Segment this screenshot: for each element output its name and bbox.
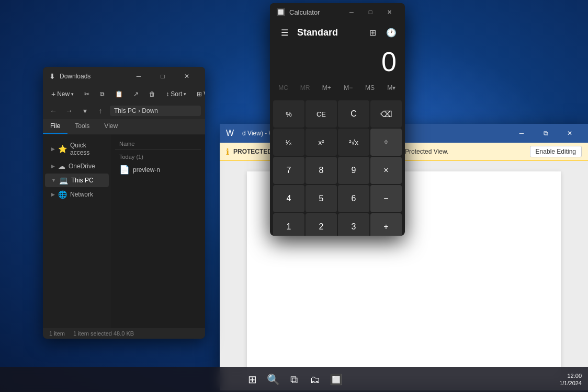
address-path-text: This PC › Down	[114, 107, 158, 114]
calculator-display: 0	[270, 44, 405, 77]
memory-dropdown-button[interactable]: M▾	[381, 79, 402, 96]
search-button[interactable]: 🔍	[264, 370, 282, 389]
calculator-history-button[interactable]: 🕐	[384, 25, 399, 40]
back-button[interactable]: ←	[47, 105, 60, 117]
reciprocal-button[interactable]: ¹⁄ₓ	[273, 129, 304, 156]
sidebar-item-quick-access[interactable]: ▶ ⭐ Quick access	[45, 139, 109, 159]
add-button[interactable]: +	[370, 213, 402, 236]
explorer-toolbar: + New ▾ ✂ ⧉ 📋 ↗ 🗑 ↕ Sort ▾ ⊞ View	[43, 86, 205, 102]
calculator-mode-icon[interactable]: ⊞	[365, 25, 380, 40]
file-explorer-minimize-button[interactable]: ─	[127, 68, 151, 85]
taskbar-right: 12:00 1/1/2024	[559, 372, 582, 387]
word-window-controls: ─ ⧉ ✕	[510, 125, 582, 142]
list-item[interactable]: 📄 preview-n	[115, 162, 201, 177]
onedrive-label: OneDrive	[69, 163, 95, 170]
calculator-memory-row: MC MR M+ M− MS M▾	[270, 77, 405, 98]
memory-store-button[interactable]: MS	[359, 79, 380, 96]
address-path[interactable]: This PC › Down	[110, 106, 201, 116]
five-button[interactable]: 5	[306, 185, 337, 212]
memory-subtract-button[interactable]: M−	[338, 79, 358, 96]
copy-button[interactable]: ⧉	[96, 88, 109, 100]
six-button[interactable]: 6	[338, 185, 369, 212]
one-button[interactable]: 1	[273, 213, 304, 236]
calculator-buttons: % CE C ⌫ ¹⁄ₓ x² ²√x ÷ 7 8 9 × 4 5 6 − 1 …	[270, 98, 405, 236]
new-label: New	[57, 90, 70, 98]
explorer-content: ▶ ⭐ Quick access ▶ ☁ OneDrive ▼ 💻 This P…	[43, 134, 205, 328]
file-explorer-close-button[interactable]: ✕	[175, 68, 199, 85]
multiply-button[interactable]: ×	[370, 157, 402, 184]
sidebar-item-onedrive[interactable]: ▶ ☁ OneDrive	[45, 159, 109, 173]
calculator-titlebar: 🔲 Calculator ─ □ ✕	[270, 3, 405, 21]
word-restore-button[interactable]: ⧉	[534, 125, 558, 142]
calculator-window: 🔲 Calculator ─ □ ✕ ☰ Standard ⊞ 🕐 0 MC M…	[270, 3, 405, 236]
subtract-button[interactable]: −	[370, 185, 402, 212]
three-button[interactable]: 3	[338, 213, 369, 236]
file-explorer-taskbar-icon[interactable]: 🗂	[306, 370, 324, 389]
sort-chevron-icon: ▾	[184, 91, 186, 97]
word-close-button[interactable]: ✕	[558, 125, 582, 142]
calculator-app-icon: 🔲	[276, 8, 285, 16]
view-icon: ⊞	[197, 90, 202, 98]
percent-button[interactable]: %	[273, 100, 304, 128]
paste-button[interactable]: 📋	[111, 88, 127, 100]
file-explorer-title: Downloads	[60, 73, 122, 80]
file-type-icon: 📄	[119, 165, 130, 175]
view-button[interactable]: ⊞ View	[193, 88, 205, 100]
file-explorer-maximize-button[interactable]: □	[151, 68, 175, 85]
two-button[interactable]: 2	[306, 213, 337, 236]
file-explorer-window-controls: ─ □ ✕	[127, 68, 199, 85]
forward-button[interactable]: →	[63, 105, 75, 117]
item-count: 1 item	[49, 330, 65, 337]
network-label: Network	[70, 191, 93, 198]
calculator-minimize-button[interactable]: ─	[342, 5, 361, 19]
network-chevron-icon: ▶	[51, 192, 55, 197]
nine-button[interactable]: 9	[338, 157, 369, 184]
start-button[interactable]: ⊞	[243, 370, 262, 389]
sort-button[interactable]: ↕ Sort ▾	[162, 88, 190, 100]
warning-icon: ℹ	[226, 147, 229, 157]
onedrive-icon: ☁	[58, 162, 65, 170]
enable-editing-button[interactable]: Enable Editing	[530, 146, 582, 157]
taskbar-clock[interactable]: 12:00 1/1/2024	[559, 372, 582, 387]
calculator-taskbar-icon[interactable]: 🔲	[326, 370, 345, 389]
calculator-close-button[interactable]: ✕	[380, 5, 399, 19]
share-icon: ↗	[133, 90, 139, 98]
tab-view[interactable]: View	[97, 119, 125, 134]
memory-clear-button[interactable]: MC	[273, 79, 293, 96]
delete-button[interactable]: 🗑	[145, 88, 160, 100]
sidebar-item-network[interactable]: ▶ 🌐 Network	[45, 188, 109, 201]
clear-entry-button[interactable]: CE	[306, 100, 337, 128]
recent-button[interactable]: ▾	[78, 105, 91, 117]
backspace-button[interactable]: ⌫	[370, 100, 402, 128]
up-button[interactable]: ↑	[94, 105, 107, 117]
calculator-result: 0	[278, 48, 397, 75]
word-minimize-button[interactable]: ─	[510, 125, 534, 142]
desktop: ⬇ Downloads ─ □ ✕ + New ▾ ✂ ⧉ 📋 ↗ 🗑 ↕ So…	[0, 0, 588, 392]
quick-access-chevron-icon: ▶	[51, 146, 55, 152]
sidebar-item-this-pc[interactable]: ▼ 💻 This PC	[45, 174, 109, 187]
delete-icon: 🗑	[149, 90, 155, 98]
share-button[interactable]: ↗	[129, 88, 143, 100]
explorer-statusbar: 1 item 1 item selected 48.0 KB	[43, 328, 205, 339]
four-button[interactable]: 4	[273, 185, 304, 212]
square-button[interactable]: x²	[306, 129, 337, 156]
taskview-button[interactable]: ⧉	[285, 370, 303, 389]
seven-button[interactable]: 7	[273, 157, 304, 184]
memory-recall-button[interactable]: MR	[295, 79, 315, 96]
quick-access-label: Quick access	[70, 142, 103, 156]
clear-button[interactable]: C	[338, 100, 369, 128]
tab-file[interactable]: File	[43, 119, 67, 134]
divide-button[interactable]: ÷	[370, 129, 402, 156]
cut-button[interactable]: ✂	[80, 88, 94, 100]
calculator-maximize-button[interactable]: □	[361, 5, 380, 19]
new-button[interactable]: + New ▾	[47, 88, 78, 100]
memory-add-button[interactable]: M+	[316, 79, 337, 96]
explorer-sidebar: ▶ ⭐ Quick access ▶ ☁ OneDrive ▼ 💻 This P…	[43, 134, 111, 328]
calculator-menu-button[interactable]: ☰	[276, 24, 293, 41]
this-pc-label: This PC	[71, 177, 94, 184]
tab-tools[interactable]: Tools	[67, 119, 97, 134]
file-explorer-titlebar: ⬇ Downloads ─ □ ✕	[43, 67, 205, 86]
eight-button[interactable]: 8	[306, 157, 337, 184]
view-label: View	[203, 90, 205, 98]
sqrt-button[interactable]: ²√x	[338, 129, 369, 156]
